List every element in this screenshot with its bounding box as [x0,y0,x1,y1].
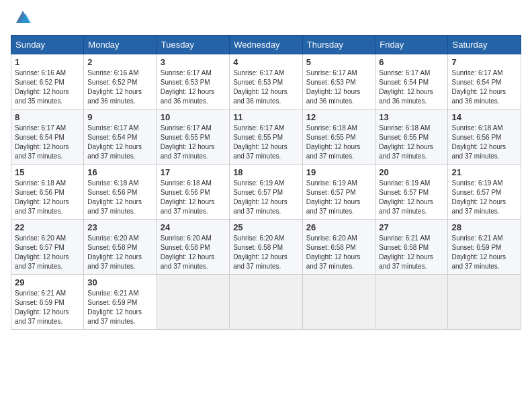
calendar-week-row: 1Sunrise: 6:16 AMSunset: 6:52 PMDaylight… [11,54,521,109]
day-info: Sunrise: 6:19 AMSunset: 6:57 PMDaylight:… [379,179,444,216]
day-number: 20 [379,167,444,177]
calendar-cell: 15Sunrise: 6:18 AMSunset: 6:56 PMDayligh… [11,165,84,220]
day-info: Sunrise: 6:18 AMSunset: 6:56 PMDaylight:… [15,179,80,216]
weekday-header: Friday [375,36,448,54]
calendar-cell [230,275,303,330]
calendar-week-row: 29Sunrise: 6:21 AMSunset: 6:59 PMDayligh… [11,275,521,330]
day-number: 26 [306,222,371,232]
calendar-cell: 3Sunrise: 6:17 AMSunset: 6:53 PMDaylight… [157,54,229,109]
day-info: Sunrise: 6:18 AMSunset: 6:55 PMDaylight:… [306,124,371,161]
calendar-cell [302,275,375,330]
day-number: 3 [161,57,226,67]
day-info: Sunrise: 6:21 AMSunset: 6:59 PMDaylight:… [451,234,517,271]
day-number: 19 [306,167,371,177]
day-number: 4 [233,57,299,67]
calendar-cell: 10Sunrise: 6:17 AMSunset: 6:55 PMDayligh… [157,109,229,165]
calendar-header-row: SundayMondayTuesdayWednesdayThursdayFrid… [11,36,521,54]
day-number: 10 [161,112,226,122]
day-number: 25 [233,222,299,232]
day-number: 30 [87,277,152,287]
calendar-cell: 20Sunrise: 6:19 AMSunset: 6:57 PMDayligh… [375,165,448,220]
calendar-cell [157,275,229,330]
day-info: Sunrise: 6:17 AMSunset: 6:55 PMDaylight:… [233,124,299,161]
day-info: Sunrise: 6:20 AMSunset: 6:58 PMDaylight:… [233,234,299,271]
day-info: Sunrise: 6:17 AMSunset: 6:53 PMDaylight:… [233,68,299,106]
day-info: Sunrise: 6:21 AMSunset: 6:59 PMDaylight:… [15,289,80,326]
day-number: 22 [15,222,80,232]
weekday-header: Wednesday [230,36,303,54]
calendar-week-row: 8Sunrise: 6:17 AMSunset: 6:54 PMDaylight… [11,109,521,165]
calendar-cell: 25Sunrise: 6:20 AMSunset: 6:58 PMDayligh… [230,220,303,275]
day-number: 11 [233,112,299,122]
calendar-cell: 29Sunrise: 6:21 AMSunset: 6:59 PMDayligh… [11,275,84,330]
calendar-cell: 30Sunrise: 6:21 AMSunset: 6:59 PMDayligh… [84,275,157,330]
day-info: Sunrise: 6:16 AMSunset: 6:52 PMDaylight:… [87,68,152,106]
day-info: Sunrise: 6:19 AMSunset: 6:57 PMDaylight:… [451,179,517,216]
day-number: 15 [15,167,80,177]
logo-icon [13,8,32,27]
day-number: 23 [87,222,152,232]
day-info: Sunrise: 6:19 AMSunset: 6:57 PMDaylight:… [233,179,299,216]
calendar-table: SundayMondayTuesdayWednesdayThursdayFrid… [11,35,521,330]
page-header [11,11,521,27]
day-info: Sunrise: 6:16 AMSunset: 6:52 PMDaylight:… [15,68,80,106]
calendar-week-row: 22Sunrise: 6:20 AMSunset: 6:57 PMDayligh… [11,220,521,275]
calendar-cell: 2Sunrise: 6:16 AMSunset: 6:52 PMDaylight… [84,54,157,109]
calendar-cell: 4Sunrise: 6:17 AMSunset: 6:53 PMDaylight… [230,54,303,109]
calendar-cell: 7Sunrise: 6:17 AMSunset: 6:54 PMDaylight… [448,54,521,109]
day-number: 24 [161,222,226,232]
day-number: 12 [306,112,371,122]
calendar-cell: 26Sunrise: 6:20 AMSunset: 6:58 PMDayligh… [302,220,375,275]
calendar-cell: 16Sunrise: 6:18 AMSunset: 6:56 PMDayligh… [84,165,157,220]
day-number: 6 [379,57,444,67]
calendar-cell: 23Sunrise: 6:20 AMSunset: 6:58 PMDayligh… [84,220,157,275]
day-number: 5 [306,57,371,67]
day-info: Sunrise: 6:20 AMSunset: 6:58 PMDaylight:… [87,234,152,271]
calendar-week-row: 15Sunrise: 6:18 AMSunset: 6:56 PMDayligh… [11,165,521,220]
day-info: Sunrise: 6:21 AMSunset: 6:58 PMDaylight:… [379,234,444,271]
calendar-cell: 9Sunrise: 6:17 AMSunset: 6:54 PMDaylight… [84,109,157,165]
day-number: 29 [15,277,80,287]
calendar-cell: 17Sunrise: 6:18 AMSunset: 6:56 PMDayligh… [157,165,229,220]
day-number: 13 [379,112,444,122]
calendar-cell [375,275,448,330]
day-info: Sunrise: 6:20 AMSunset: 6:58 PMDaylight:… [306,234,371,271]
day-info: Sunrise: 6:17 AMSunset: 6:53 PMDaylight:… [306,68,371,106]
day-number: 16 [87,167,152,177]
calendar-cell: 28Sunrise: 6:21 AMSunset: 6:59 PMDayligh… [448,220,521,275]
calendar-cell: 5Sunrise: 6:17 AMSunset: 6:53 PMDaylight… [302,54,375,109]
day-number: 2 [87,57,152,67]
calendar-cell: 21Sunrise: 6:19 AMSunset: 6:57 PMDayligh… [448,165,521,220]
day-number: 27 [379,222,444,232]
day-info: Sunrise: 6:21 AMSunset: 6:59 PMDaylight:… [87,289,152,326]
day-number: 21 [451,167,517,177]
calendar-cell: 19Sunrise: 6:19 AMSunset: 6:57 PMDayligh… [302,165,375,220]
day-info: Sunrise: 6:18 AMSunset: 6:56 PMDaylight:… [87,179,152,216]
day-info: Sunrise: 6:18 AMSunset: 6:55 PMDaylight:… [379,124,444,161]
day-info: Sunrise: 6:17 AMSunset: 6:54 PMDaylight:… [87,124,152,161]
calendar-cell: 14Sunrise: 6:18 AMSunset: 6:56 PMDayligh… [448,109,521,165]
calendar-cell [448,275,521,330]
calendar-cell: 12Sunrise: 6:18 AMSunset: 6:55 PMDayligh… [302,109,375,165]
calendar-cell: 1Sunrise: 6:16 AMSunset: 6:52 PMDaylight… [11,54,84,109]
calendar-cell: 18Sunrise: 6:19 AMSunset: 6:57 PMDayligh… [230,165,303,220]
calendar-cell: 6Sunrise: 6:17 AMSunset: 6:54 PMDaylight… [375,54,448,109]
day-info: Sunrise: 6:18 AMSunset: 6:56 PMDaylight:… [161,179,226,216]
calendar-cell: 27Sunrise: 6:21 AMSunset: 6:58 PMDayligh… [375,220,448,275]
calendar-cell: 22Sunrise: 6:20 AMSunset: 6:57 PMDayligh… [11,220,84,275]
day-info: Sunrise: 6:17 AMSunset: 6:54 PMDaylight:… [379,68,444,106]
calendar-cell: 24Sunrise: 6:20 AMSunset: 6:58 PMDayligh… [157,220,229,275]
day-number: 8 [15,112,80,122]
day-number: 18 [233,167,299,177]
day-info: Sunrise: 6:19 AMSunset: 6:57 PMDaylight:… [306,179,371,216]
day-info: Sunrise: 6:18 AMSunset: 6:56 PMDaylight:… [451,124,517,161]
day-info: Sunrise: 6:20 AMSunset: 6:58 PMDaylight:… [161,234,226,271]
logo [11,11,32,27]
calendar-cell: 13Sunrise: 6:18 AMSunset: 6:55 PMDayligh… [375,109,448,165]
day-info: Sunrise: 6:17 AMSunset: 6:54 PMDaylight:… [15,124,80,161]
day-number: 9 [87,112,152,122]
day-number: 17 [161,167,226,177]
day-info: Sunrise: 6:17 AMSunset: 6:54 PMDaylight:… [451,68,517,106]
weekday-header: Thursday [302,36,375,54]
day-info: Sunrise: 6:20 AMSunset: 6:57 PMDaylight:… [15,234,80,271]
